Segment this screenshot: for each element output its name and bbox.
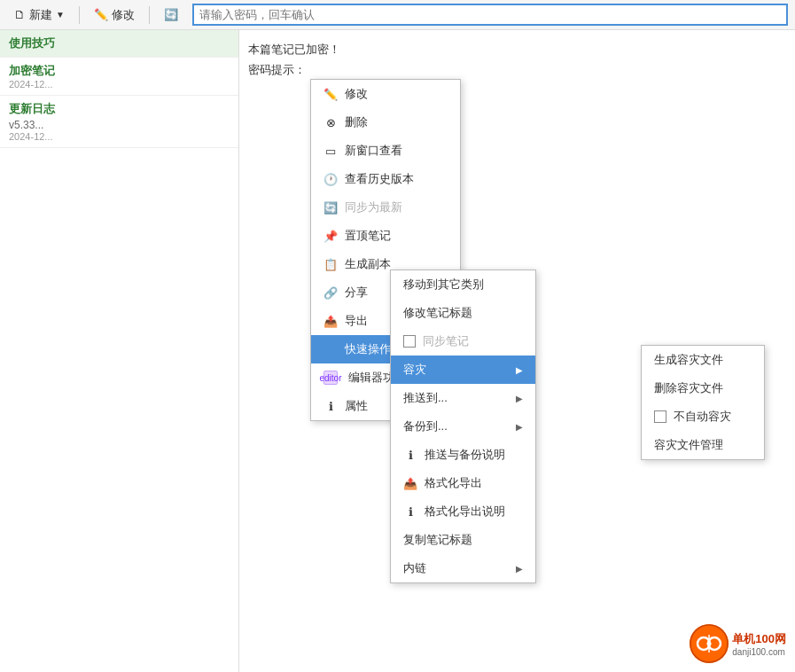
submenu-item-innerlink[interactable]: 内链 ▶	[391, 554, 535, 582]
props-icon: ℹ	[323, 399, 338, 413]
push-label: 推送到...	[403, 390, 448, 406]
syncnote-label: 同步笔记	[423, 333, 469, 349]
menu-label-quick: 快速操作	[345, 341, 391, 357]
menu-label-history: 查看历史版本	[345, 171, 414, 187]
refresh-icon: 🔄	[164, 8, 178, 21]
menu-label-edit: 修改	[345, 86, 368, 102]
rename-label: 修改笔记标题	[403, 305, 472, 321]
edit-button[interactable]: ✏️ 修改	[87, 4, 142, 26]
new-window-icon: ▭	[323, 144, 338, 158]
sidebar-item-title-0: 使用技巧	[9, 35, 230, 51]
fmtexportinfo-icon: ℹ	[403, 504, 417, 519]
submenu-item-push[interactable]: 推送到... ▶	[391, 384, 535, 412]
new-button[interactable]: 🗋 新建 ▼	[7, 4, 72, 26]
password-input[interactable]	[192, 4, 788, 26]
toolbar-divider-2	[149, 6, 150, 24]
disaster-del-label: 删除容灾文件	[654, 380, 723, 396]
toolbar-divider-1	[79, 6, 80, 24]
menu-item-pin[interactable]: 📌 置顶笔记	[311, 222, 460, 250]
pin-icon: 📌	[323, 229, 338, 243]
copytitle-label: 复制笔记标题	[403, 532, 472, 548]
edit-icon: ✏️	[94, 8, 108, 21]
watermark: 单机100网 danji100.com	[690, 624, 786, 663]
syncnote-checkbox	[403, 335, 416, 348]
menu-label-pin: 置顶笔记	[345, 228, 391, 244]
push-arrow-icon: ▶	[516, 394, 523, 403]
submenu-disaster-mgr[interactable]: 容灾文件管理	[642, 431, 764, 459]
delete-menu-icon: ⊗	[323, 115, 338, 129]
sidebar: 使用技巧 加密笔记 2024-12... 更新日志 v5.33... 2024-…	[0, 30, 239, 672]
menu-label-props: 属性	[345, 398, 368, 414]
submenu-disaster-noauto[interactable]: 不自动容灾	[642, 402, 764, 431]
new-icon: 🗋	[14, 8, 26, 21]
sidebar-item-title-1: 加密笔记	[9, 63, 230, 79]
submenu-item-rename[interactable]: 修改笔记标题	[391, 299, 535, 327]
new-dropdown-arrow[interactable]: ▼	[56, 10, 65, 20]
menu-label-copy: 生成副本	[345, 256, 391, 272]
submenu-disaster-del[interactable]: 删除容灾文件	[642, 374, 764, 402]
share-icon: 🔗	[323, 285, 338, 300]
edit-menu-icon: ✏️	[323, 87, 338, 101]
new-label: 新建	[29, 7, 52, 23]
sidebar-item-date-1: 2024-12...	[9, 79, 230, 90]
export-icon: 📤	[323, 314, 338, 328]
locked-line2: 密码提示：	[248, 59, 786, 80]
sidebar-item-0[interactable]: 使用技巧	[0, 30, 238, 58]
main-layout: 使用技巧 加密笔记 2024-12... 更新日志 v5.33... 2024-…	[0, 30, 795, 672]
disaster-label: 容灾	[403, 362, 426, 378]
submenu-item-copytitle[interactable]: 复制笔记标题	[391, 526, 535, 554]
fmtexport-icon: 📤	[403, 476, 417, 490]
logo-svg	[690, 624, 729, 663]
submenu-item-move[interactable]: 移动到其它类别	[391, 270, 535, 299]
submenu-item-backup[interactable]: 备份到... ▶	[391, 412, 535, 441]
innerlink-label: 内链	[403, 560, 426, 576]
disaster-gen-label: 生成容灾文件	[654, 352, 723, 368]
sync-icon: 🔄	[323, 200, 338, 215]
sidebar-item-sub-2: v5.33...	[9, 119, 230, 131]
sidebar-item-title-2: 更新日志	[9, 101, 230, 117]
sidebar-item-date-2: 2024-12...	[9, 131, 230, 142]
backup-arrow-icon: ▶	[516, 422, 523, 432]
menu-item-new-window[interactable]: ▭ 新窗口查看	[311, 137, 460, 165]
sidebar-item-2[interactable]: 更新日志 v5.33... 2024-12...	[0, 96, 238, 148]
locked-line1: 本篇笔记已加密！	[248, 39, 786, 59]
toolbar: 🗋 新建 ▼ ✏️ 修改 🔄	[0, 0, 795, 30]
submenu-item-disaster[interactable]: 容灾 ▶	[391, 356, 535, 384]
content-area: 本篇笔记已加密！ 密码提示： ✏️ 修改 ⊗ 删除 ▭ 新窗口查看 🕐	[239, 30, 795, 672]
refresh-button[interactable]: 🔄	[157, 5, 185, 24]
menu-item-delete[interactable]: ⊗ 删除	[311, 108, 460, 137]
menu-item-history[interactable]: 🕐 查看历史版本	[311, 165, 460, 193]
submenu-item-fmtexport[interactable]: 📤 格式化导出	[391, 469, 535, 497]
move-label: 移动到其它类别	[403, 277, 484, 293]
pushinfo-icon: ℹ	[403, 448, 417, 462]
submenu-item-pushinfo[interactable]: ℹ 推送与备份说明	[391, 441, 535, 469]
editor-badge-icon: editor	[323, 371, 338, 385]
watermark-domain: danji100.com	[732, 647, 786, 657]
fmtexportinfo-label: 格式化导出说明	[425, 504, 505, 520]
edit-label: 修改	[112, 7, 135, 23]
sidebar-item-1[interactable]: 加密笔记 2024-12...	[0, 58, 238, 96]
menu-label-delete: 删除	[345, 114, 368, 130]
menu-label-new-window: 新窗口查看	[345, 143, 402, 159]
menu-label-export: 导出	[345, 313, 368, 329]
menu-item-sync: 🔄 同步为最新	[311, 193, 460, 222]
quick-icon	[323, 342, 338, 356]
watermark-site: 单机100网	[732, 631, 786, 647]
watermark-text: 单机100网 danji100.com	[732, 631, 786, 657]
submenu-disaster-gen[interactable]: 生成容灾文件	[642, 346, 764, 374]
history-icon: 🕐	[323, 172, 338, 186]
submenu-disaster: 生成容灾文件 删除容灾文件 不自动容灾 容灾文件管理	[641, 345, 765, 460]
content-locked: 本篇笔记已加密！ 密码提示：	[248, 39, 786, 81]
backup-label: 备份到...	[403, 418, 448, 434]
menu-label-sync: 同步为最新	[345, 199, 402, 215]
pushinfo-label: 推送与备份说明	[425, 447, 505, 463]
innerlink-arrow-icon: ▶	[516, 564, 523, 574]
copy-icon: 📋	[323, 257, 338, 271]
submenu-item-fmtexportinfo[interactable]: ℹ 格式化导出说明	[391, 497, 535, 526]
submenu-item-syncnote: 同步笔记	[391, 327, 535, 356]
watermark-logo	[690, 624, 729, 663]
disaster-arrow-icon: ▶	[516, 365, 523, 375]
fmtexport-label: 格式化导出	[425, 475, 482, 491]
disaster-mgr-label: 容灾文件管理	[654, 437, 723, 453]
menu-item-edit[interactable]: ✏️ 修改	[311, 80, 460, 108]
